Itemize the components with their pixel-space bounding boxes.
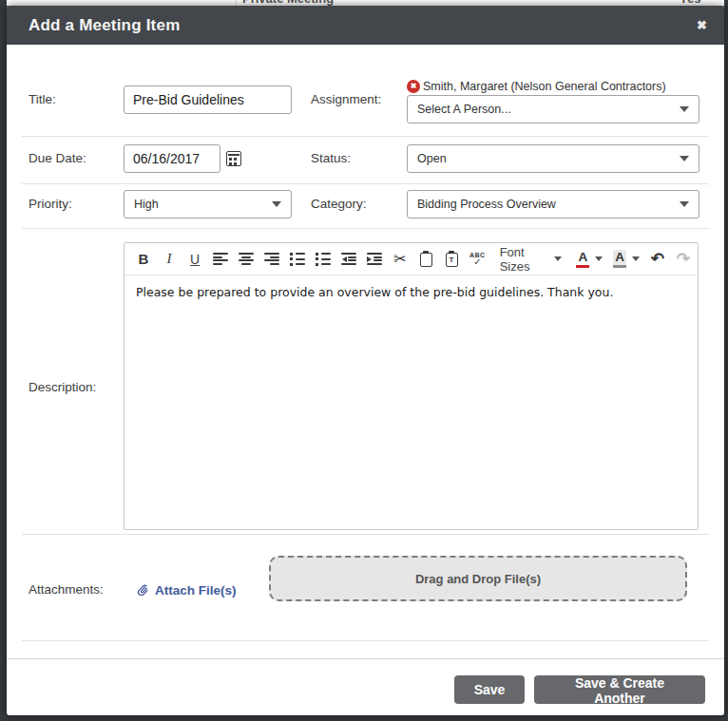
outdent-icon[interactable] xyxy=(341,249,356,270)
bg-color-glyph: A xyxy=(613,250,626,268)
status-select-value: Open xyxy=(417,152,672,165)
modal-header: Add a Meeting Item ✖ xyxy=(7,6,724,45)
attach-files-link[interactable]: Attach File(s) xyxy=(136,576,237,604)
attach-files-label: Attach File(s) xyxy=(155,583,237,598)
modal-title: Add a Meeting Item xyxy=(29,6,180,45)
redo-icon[interactable]: ↷ xyxy=(676,249,691,270)
align-center-icon[interactable] xyxy=(239,249,254,270)
status-label: Status: xyxy=(311,144,351,173)
status-select[interactable]: Open xyxy=(407,144,699,173)
row-divider xyxy=(22,228,709,229)
assignment-label: Assignment: xyxy=(311,85,381,114)
drag-drop-zone[interactable]: Drag and Drop File(s) xyxy=(269,556,687,601)
due-date-input[interactable] xyxy=(124,144,220,173)
footer-divider xyxy=(7,658,724,659)
chevron-down-icon xyxy=(680,156,689,161)
category-label: Category: xyxy=(311,190,367,218)
description-editor-content[interactable]: Please be prepared to provide an overvie… xyxy=(125,275,698,530)
assignment-select-value: Select A Person... xyxy=(417,103,672,116)
align-left-icon[interactable] xyxy=(213,249,228,270)
chevron-down-icon xyxy=(272,201,281,207)
paste-text-glyph: T xyxy=(447,255,457,265)
row-divider xyxy=(22,136,709,137)
row-divider xyxy=(22,640,709,641)
background-color-button[interactable]: A xyxy=(613,250,640,268)
attachments-label: Attachments: xyxy=(29,576,104,604)
row-divider xyxy=(22,183,709,184)
assignment-select[interactable]: Select A Person... xyxy=(407,95,699,123)
paste-icon[interactable] xyxy=(418,249,433,270)
close-icon[interactable]: ✖ xyxy=(697,6,707,45)
italic-icon[interactable]: I xyxy=(162,249,177,270)
align-right-icon[interactable] xyxy=(264,249,279,270)
ordered-list-icon[interactable] xyxy=(316,249,331,270)
priority-label: Priority: xyxy=(29,190,72,218)
spellcheck-icon[interactable]: ABC ✓ xyxy=(469,249,486,270)
text-color-glyph: A xyxy=(576,250,589,268)
row-divider xyxy=(22,534,709,535)
chevron-down-icon xyxy=(632,256,640,261)
font-sizes-label: Font Sizes xyxy=(500,245,530,274)
title-input[interactable] xyxy=(124,85,292,114)
assigned-person-name: Smith, Margaret (Nelson General Contract… xyxy=(423,80,666,93)
chevron-down-icon xyxy=(595,256,603,261)
description-label: Description: xyxy=(29,373,96,402)
spellcheck-check: ✓ xyxy=(473,257,481,267)
chevron-down-icon xyxy=(680,201,689,207)
paste-as-text-icon[interactable]: T xyxy=(444,249,459,270)
text-color-button[interactable]: A xyxy=(576,250,603,268)
priority-select-value: High xyxy=(134,198,264,211)
bold-icon[interactable]: B xyxy=(136,249,151,270)
calendar-icon[interactable] xyxy=(226,151,241,166)
editor-toolbar: B I U ✂ T ABC ✓ Font Sizes xyxy=(125,243,698,275)
cut-icon[interactable]: ✂ xyxy=(393,249,408,270)
save-create-another-button[interactable]: Save & Create Another xyxy=(534,675,705,704)
add-meeting-item-modal: Add a Meeting Item ✖ Title: Assignment: … xyxy=(7,6,724,715)
assignment-selected-person: ✖ Smith, Margaret (Nelson General Contra… xyxy=(407,80,666,93)
priority-select[interactable]: High xyxy=(124,190,292,218)
font-sizes-dropdown[interactable]: Font Sizes xyxy=(496,245,566,274)
category-select[interactable]: Bidding Process Overview xyxy=(407,190,699,218)
drag-drop-label: Drag and Drop File(s) xyxy=(415,572,541,586)
chevron-down-icon xyxy=(680,106,689,112)
paperclip-icon xyxy=(136,583,150,598)
chevron-down-icon xyxy=(554,256,562,261)
indent-icon[interactable] xyxy=(367,249,382,270)
title-label: Title: xyxy=(29,85,56,114)
save-button[interactable]: Save xyxy=(454,675,525,704)
underline-icon[interactable]: U xyxy=(187,249,202,270)
due-date-label: Due Date: xyxy=(29,144,86,173)
rich-text-editor: B I U ✂ T ABC ✓ Font Sizes xyxy=(124,242,699,530)
unordered-list-icon[interactable] xyxy=(290,249,305,270)
category-select-value: Bidding Process Overview xyxy=(417,198,672,211)
remove-person-icon[interactable]: ✖ xyxy=(407,80,420,93)
undo-icon[interactable]: ↶ xyxy=(650,249,665,270)
